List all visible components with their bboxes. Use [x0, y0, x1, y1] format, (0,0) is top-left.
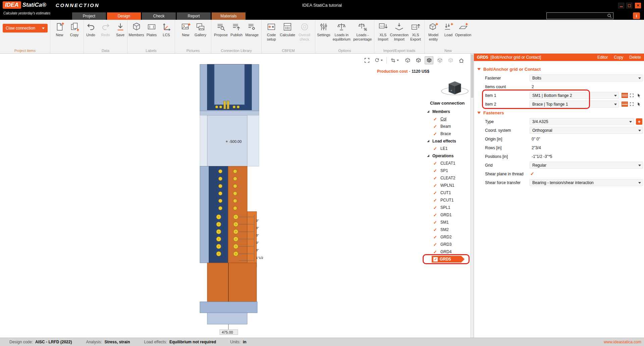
website-link[interactable]: www.ideastatica.com: [604, 340, 641, 344]
model-viewport[interactable]: Production cost-1120 US$ -x -500.00: [0, 54, 474, 338]
tree-item-beam[interactable]: ✓Beam: [423, 123, 470, 130]
tab-report[interactable]: Report: [177, 12, 211, 20]
tree-item-grd2[interactable]: ✓GRD2: [423, 233, 470, 241]
checkbox-checked-icon[interactable]: ✓: [433, 257, 438, 262]
tree-item-sm1[interactable]: ✓SM1: [423, 219, 470, 226]
selected-item-banner[interactable]: ✓ GRD5: [432, 256, 461, 263]
tree-item-cleat2[interactable]: ✓CLEAT2: [423, 174, 470, 182]
connection-selector[interactable]: Claw connection: [3, 24, 48, 33]
copy-operation-button[interactable]: Copy: [614, 55, 623, 60]
grid-select[interactable]: Regular: [530, 162, 643, 169]
loads-percentage-button[interactable]: Loads - percentage: [353, 21, 373, 41]
view-wireframe-button[interactable]: [403, 56, 412, 64]
tree-item-col[interactable]: ✓Col: [423, 115, 470, 123]
checkmark-icon[interactable]: ✓: [433, 235, 438, 240]
fastener-select[interactable]: Bolts: [530, 74, 643, 81]
rows-input[interactable]: 2"3/4: [532, 146, 541, 150]
tab-design[interactable]: Design: [107, 12, 141, 20]
origin-input[interactable]: 0" 0": [532, 137, 540, 141]
fit-selection-button[interactable]: [629, 93, 635, 98]
undo-button[interactable]: Undo: [84, 21, 98, 37]
plates-button[interactable]: Plates: [145, 21, 159, 37]
expander-icon[interactable]: [427, 155, 429, 157]
checkmark-icon[interactable]: ✓: [433, 220, 438, 225]
tree-section-operations[interactable]: Operations: [423, 152, 470, 160]
copy-item-button[interactable]: Copy: [67, 21, 82, 37]
close-button[interactable]: ✕: [635, 3, 641, 8]
view-solid-button[interactable]: [425, 56, 433, 64]
checkmark-icon[interactable]: ✓: [433, 168, 438, 173]
tree-item-sp1[interactable]: ✓SP1: [423, 167, 470, 174]
shear-transfer-select[interactable]: Bearing - tension/shear interaction: [530, 179, 643, 186]
viewport-scrollbar[interactable]: [470, 54, 474, 338]
checkmark-icon[interactable]: ✓: [433, 131, 438, 136]
tab-project[interactable]: Project: [72, 12, 106, 20]
view-transparent-button[interactable]: [435, 56, 444, 64]
checkmark-icon[interactable]: ✓: [433, 213, 438, 218]
tab-materials[interactable]: Materials: [212, 12, 246, 20]
expander-icon[interactable]: [427, 140, 429, 142]
section-clip-button[interactable]: [388, 56, 400, 64]
search-input[interactable]: [547, 13, 607, 18]
calculate-button[interactable]: Calculate: [280, 21, 294, 37]
fit-screen-button[interactable]: [363, 56, 371, 64]
checkmark-icon[interactable]: ✓: [433, 117, 438, 122]
section-collapse-icon[interactable]: [477, 112, 481, 114]
checkmark-icon[interactable]: ✓: [433, 190, 438, 195]
checkmark-icon[interactable]: ✓: [433, 183, 438, 188]
connection-3d-model[interactable]: -500.00: [188, 62, 299, 337]
section-collapse-icon[interactable]: [477, 68, 481, 70]
new-picture-button[interactable]: New: [179, 21, 193, 37]
tree-item-le1[interactable]: ✓LE1: [423, 145, 470, 152]
bolt-type-select[interactable]: 3/4 A325: [530, 118, 634, 125]
lcs-button[interactable]: LCS: [159, 21, 173, 37]
tree-item-spl1[interactable]: ✓SPL1: [423, 204, 470, 211]
connection-import-button[interactable]: Connection Import: [391, 21, 408, 41]
tree-item-cleat1[interactable]: ✓CLEAT1: [423, 160, 470, 167]
fit-selection-button[interactable]: [629, 101, 635, 107]
positions-input[interactable]: -1"1/2 -3"*5: [532, 154, 552, 159]
delete-operation-button[interactable]: Delete: [629, 55, 641, 60]
coord-system-select[interactable]: Orthogonal: [530, 127, 643, 134]
editor-button[interactable]: Editor: [597, 55, 608, 60]
add-bolt-assembly-button[interactable]: +: [636, 118, 642, 125]
model-entity-button[interactable]: Model entity: [426, 21, 441, 41]
checkmark-icon[interactable]: ✓: [433, 176, 438, 181]
checkmark-icon[interactable]: ✓: [433, 205, 438, 210]
home-view-button[interactable]: [457, 56, 466, 64]
tab-check[interactable]: Check: [142, 12, 176, 20]
view-shaded-button[interactable]: [414, 56, 423, 64]
plate-picker-button[interactable]: [622, 102, 628, 107]
plate-picker-button[interactable]: [622, 93, 628, 98]
manage-button[interactable]: Manage: [244, 21, 260, 37]
tree-item-sm2[interactable]: ✓SM2: [423, 226, 470, 233]
item1-select[interactable]: SM1 | Bottom flange 2: [530, 92, 619, 99]
xls-export-button[interactable]: XLS XLS Export: [408, 21, 423, 41]
checkmark-icon[interactable]: ✓: [433, 249, 438, 254]
members-button[interactable]: Members: [129, 21, 144, 37]
load-button[interactable]: Load: [441, 21, 455, 37]
checkmark-icon[interactable]: ✓: [433, 161, 438, 166]
tree-item-brace[interactable]: ✓Brace: [423, 130, 470, 137]
publish-button[interactable]: Publish: [229, 21, 244, 37]
tree-item-grd3[interactable]: ✓GRD3: [423, 241, 470, 248]
tree-item-grd5-selected[interactable]: ✓ GRD5: [423, 255, 470, 263]
operation-button[interactable]: Operation: [456, 21, 470, 37]
tree-item-wpln1[interactable]: ✓WPLN1: [423, 182, 470, 189]
rotate-view-button[interactable]: [372, 56, 384, 64]
pick-in-scene-button[interactable]: [636, 93, 642, 98]
section-bolt-anchor[interactable]: Bolt/Anchor grid or Contact: [474, 65, 644, 74]
checkmark-icon[interactable]: ✓: [433, 146, 438, 151]
tree-item-grd1[interactable]: ✓GRD1: [423, 211, 470, 219]
tree-item-grd4[interactable]: ✓GRD4: [423, 248, 470, 255]
maximize-button[interactable]: [626, 3, 632, 8]
checkmark-icon[interactable]: ✓: [433, 198, 438, 203]
tree-section-members[interactable]: Members: [423, 108, 470, 115]
new-item-button[interactable]: New: [53, 21, 67, 37]
scrollbar-thumb[interactable]: [471, 54, 473, 98]
pick-in-scene-button[interactable]: [636, 101, 642, 107]
save-button[interactable]: Save: [113, 21, 127, 37]
minimize-button[interactable]: [618, 3, 624, 8]
gallery-button[interactable]: Gallery: [194, 21, 208, 37]
expander-icon[interactable]: [427, 110, 429, 113]
